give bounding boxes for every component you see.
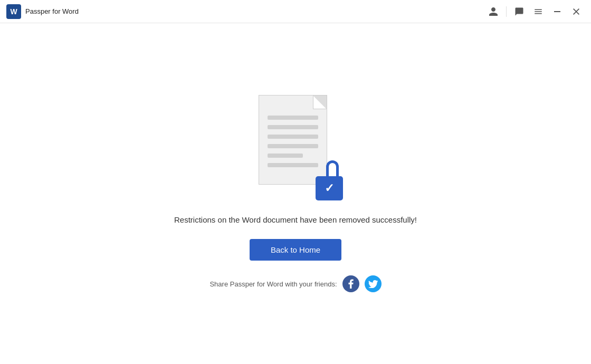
check-icon: ✓ — [325, 183, 334, 194]
share-row: Share Passper for Word with your friends… — [209, 275, 381, 292]
share-text: Share Passper for Word with your friends… — [209, 280, 337, 288]
title-bar-left: W Passper for Word — [6, 4, 79, 19]
main-content: ✓ Restrictions on the Word document have… — [0, 23, 591, 364]
menu-icon[interactable] — [530, 3, 547, 20]
back-to-home-button[interactable]: Back to Home — [250, 239, 341, 261]
account-icon[interactable] — [485, 3, 502, 20]
minimize-button[interactable] — [549, 3, 566, 20]
facebook-share-button[interactable] — [342, 275, 359, 292]
doc-line — [268, 154, 303, 158]
close-button[interactable] — [568, 3, 585, 20]
doc-line — [268, 125, 318, 129]
doc-line — [268, 163, 318, 167]
lock-shackle — [326, 160, 339, 178]
chat-icon[interactable] — [511, 3, 528, 20]
doc-line — [268, 135, 318, 139]
app-logo: W — [6, 4, 21, 19]
lock-body: ✓ — [316, 176, 343, 200]
tb-separator-1 — [506, 6, 507, 17]
svg-rect-0 — [554, 11, 560, 12]
success-illustration: ✓ — [248, 95, 343, 200]
twitter-share-button[interactable] — [365, 275, 382, 292]
document-icon — [259, 95, 327, 185]
doc-line — [268, 144, 318, 148]
title-bar-controls — [485, 3, 585, 20]
title-bar: W Passper for Word — [0, 0, 591, 23]
doc-line — [268, 116, 318, 120]
app-title: Passper for Word — [25, 7, 79, 15]
doc-lines — [268, 116, 318, 167]
success-message: Restrictions on the Word document have b… — [174, 215, 417, 224]
doc-fold — [313, 95, 327, 109]
unlock-icon: ✓ — [316, 176, 343, 200]
